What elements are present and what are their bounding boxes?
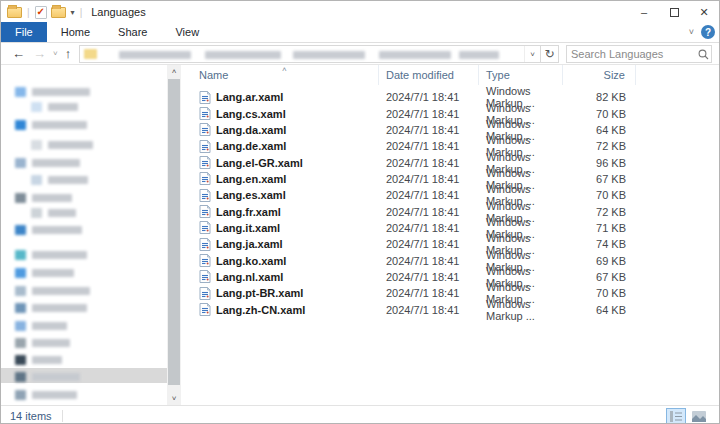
date-modified-cell: 2024/7/1 18:41: [379, 89, 479, 105]
date-modified-cell: 2024/7/1 18:41: [379, 122, 479, 138]
sidebar-item-icon: [15, 321, 26, 331]
sidebar-item-redacted[interactable]: [31, 100, 78, 113]
tab-home[interactable]: Home: [47, 22, 104, 42]
size-cell: 70 KB: [563, 285, 636, 301]
details-view-button[interactable]: [666, 408, 686, 424]
xaml-file-icon: [199, 91, 211, 104]
address-dropdown-icon[interactable]: ˅: [524, 46, 540, 62]
file-row[interactable]: Lang.de.xaml2024/7/1 18:41Windows Markup…: [187, 138, 719, 154]
date-modified-cell: 2024/7/1 18:41: [379, 285, 479, 301]
xaml-file-icon: [199, 156, 211, 169]
file-row[interactable]: Lang.en.xaml2024/7/1 18:41Windows Markup…: [187, 171, 719, 187]
sidebar-item-redacted[interactable]: [15, 118, 87, 131]
file-name-cell: Lang.ja.xaml: [187, 236, 379, 252]
xaml-file-icon: [199, 221, 211, 234]
sidebar-item-redacted[interactable]: [15, 284, 90, 297]
file-row[interactable]: Lang.zh-CN.xaml2024/7/1 18:41Windows Mar…: [187, 301, 719, 317]
sidebar-item-redacted[interactable]: [15, 156, 80, 169]
sidebar-item-redacted[interactable]: [15, 319, 67, 332]
sidebar-item-redacted[interactable]: [15, 353, 62, 366]
minimize-button[interactable]: –: [629, 1, 659, 23]
sidebar-item-redacted[interactable]: [15, 388, 77, 401]
divider: |: [27, 7, 30, 18]
size-cell: 72 KB: [563, 203, 636, 219]
file-row[interactable]: Lang.ja.xaml2024/7/1 18:41Windows Markup…: [187, 236, 719, 252]
xaml-file-icon: [199, 123, 211, 136]
thumbnails-view-button[interactable]: [689, 408, 709, 424]
file-row[interactable]: Lang.es.xaml2024/7/1 18:41Windows Markup…: [187, 187, 719, 203]
nav-buttons: ← → ˅ ↑: [1, 47, 74, 60]
file-row[interactable]: Lang.cs.xaml2024/7/1 18:41Windows Markup…: [187, 105, 719, 121]
up-icon[interactable]: ↑: [62, 47, 75, 60]
sidebar-item-redacted[interactable]: [15, 370, 80, 383]
xaml-file-icon: [199, 270, 211, 283]
size-cell: 74 KB: [563, 236, 636, 252]
file-name-cell: Lang.fr.xaml: [187, 203, 379, 219]
properties-check-icon[interactable]: [35, 6, 47, 19]
recent-locations-chevron-icon[interactable]: ˅: [51, 49, 60, 58]
address-segment-redacted: [119, 51, 191, 59]
search-input[interactable]: [567, 48, 695, 60]
tab-share[interactable]: Share: [104, 22, 161, 42]
sidebar-item-label-redacted: [32, 121, 87, 129]
sidebar-item-redacted[interactable]: [31, 206, 76, 219]
file-name-cell: Lang.it.xaml: [187, 220, 379, 236]
file-row[interactable]: Lang.da.xaml2024/7/1 18:41Windows Markup…: [187, 122, 719, 138]
sidebar-item-icon: [15, 193, 26, 203]
back-icon[interactable]: ←: [9, 47, 28, 60]
search-icon[interactable]: [695, 49, 711, 60]
address-bar[interactable]: ˅: [79, 45, 541, 63]
close-button[interactable]: ✕: [689, 1, 719, 23]
xaml-file-icon: [199, 254, 211, 267]
maximize-button[interactable]: [659, 1, 689, 23]
column-header-date_modified[interactable]: Date modified: [379, 65, 479, 85]
file-row[interactable]: Lang.el-GR.xaml2024/7/1 18:41Windows Mar…: [187, 154, 719, 170]
new-folder-icon[interactable]: [51, 7, 66, 18]
file-name: Lang.cs.xaml: [216, 108, 286, 120]
sidebar-scrollbar[interactable]: ˄ ˅: [167, 65, 181, 405]
file-row[interactable]: Lang.it.xaml2024/7/1 18:41Windows Markup…: [187, 220, 719, 236]
sidebar-item-redacted[interactable]: [15, 301, 87, 314]
sidebar-item-redacted[interactable]: [15, 266, 74, 279]
sidebar-item-icon: [31, 175, 42, 185]
size-cell: 64 KB: [563, 122, 636, 138]
file-name: Lang.da.xaml: [216, 124, 286, 136]
file-row[interactable]: Lang.nl.xaml2024/7/1 18:41Windows Markup…: [187, 269, 719, 285]
column-header-label: Type: [486, 69, 510, 81]
file-row[interactable]: Lang.ko.xaml2024/7/1 18:41Windows Markup…: [187, 252, 719, 268]
date-modified-cell: 2024/7/1 18:41: [379, 171, 479, 187]
view-toggles: [666, 408, 709, 424]
column-header-type[interactable]: Type: [479, 65, 563, 85]
sidebar-item-redacted[interactable]: [15, 248, 87, 261]
help-icon[interactable]: ?: [701, 25, 715, 39]
explorer-folder-icon[interactable]: [7, 7, 22, 18]
scrollbar-thumb[interactable]: [168, 79, 180, 385]
scroll-up-icon[interactable]: ˄: [167, 65, 181, 78]
file-row[interactable]: Lang.fr.xaml2024/7/1 18:41Windows Markup…: [187, 203, 719, 219]
divider: [62, 410, 63, 422]
sidebar-item-redacted[interactable]: [15, 223, 82, 236]
sidebar-item-label-redacted: [32, 339, 70, 347]
sidebar-item-redacted[interactable]: [31, 138, 93, 151]
scroll-down-icon[interactable]: ˅: [167, 392, 181, 405]
xaml-file-icon: [199, 107, 211, 120]
refresh-icon[interactable]: ↻: [541, 45, 559, 63]
navigation-pane: [1, 65, 167, 405]
file-name: Lang.fr.xaml: [216, 206, 281, 218]
sidebar-item-redacted[interactable]: [15, 191, 72, 204]
date-modified-cell: 2024/7/1 18:41: [379, 105, 479, 121]
column-header-size[interactable]: Size: [563, 65, 636, 85]
sidebar-item-redacted[interactable]: [15, 85, 90, 98]
sidebar-item-label-redacted: [32, 322, 67, 330]
main-area: ˄ ˅ NameDate modifiedTypeSize˄ Lang.ar.x…: [1, 65, 719, 405]
qat-dropdown-caret-icon[interactable]: ▾: [71, 8, 75, 17]
tab-file[interactable]: File: [1, 22, 47, 42]
xaml-file-icon: [199, 172, 211, 185]
sidebar-item-redacted[interactable]: [15, 336, 70, 349]
forward-icon[interactable]: →: [30, 47, 49, 60]
file-row[interactable]: Lang.ar.xaml2024/7/1 18:41Windows Markup…: [187, 89, 719, 105]
expand-ribbon-icon[interactable]: ˅: [689, 27, 694, 37]
sidebar-item-redacted[interactable]: [31, 173, 88, 186]
file-row[interactable]: Lang.pt-BR.xaml2024/7/1 18:41Windows Mar…: [187, 285, 719, 301]
tab-view[interactable]: View: [161, 22, 213, 42]
